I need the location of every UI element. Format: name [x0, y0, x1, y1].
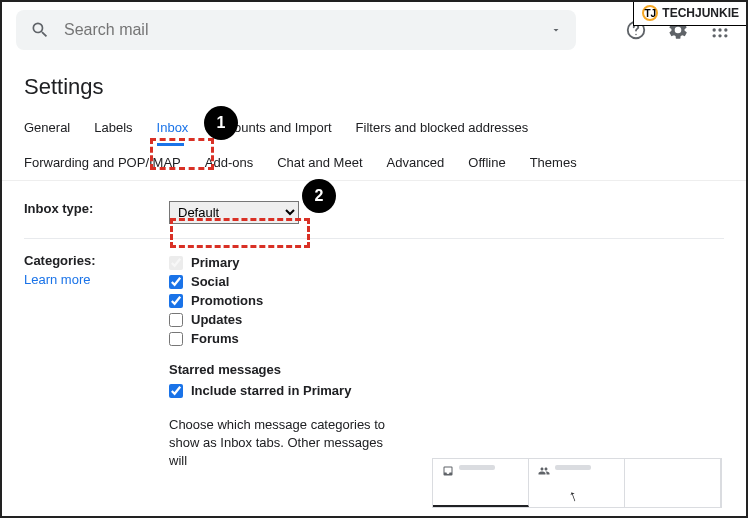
starred-include[interactable]: Include starred in Primary	[169, 381, 724, 400]
settings-tabs: General Labels Inbox Accounts and Import…	[2, 110, 746, 181]
tab-chat-meet[interactable]: Chat and Meet	[277, 145, 372, 180]
starred-heading: Starred messages	[169, 362, 724, 377]
preview-tab-primary	[433, 459, 529, 507]
label-primary: Primary	[191, 255, 239, 270]
label-social: Social	[191, 274, 229, 289]
category-promotions[interactable]: Promotions	[169, 291, 724, 310]
search-input[interactable]	[64, 21, 550, 39]
inbox-type-label: Inbox type:	[24, 201, 169, 216]
people-icon	[537, 465, 549, 475]
settings-body: Inbox type: Default Categories: Learn mo…	[2, 181, 746, 491]
arrow-icon: ↑	[566, 486, 580, 506]
svg-point-9	[718, 34, 721, 37]
category-updates[interactable]: Updates	[169, 310, 724, 329]
checkbox-starred[interactable]	[169, 384, 183, 398]
svg-point-5	[713, 28, 716, 31]
watermark-badge: TJ TECHJUNKIE	[633, 0, 748, 26]
categories-description: Choose which message categories to show …	[169, 416, 389, 471]
svg-point-7	[724, 28, 727, 31]
tab-themes[interactable]: Themes	[530, 145, 587, 180]
inbox-type-select[interactable]: Default	[169, 201, 299, 224]
svg-point-1	[635, 34, 636, 35]
svg-point-6	[718, 28, 721, 31]
search-icon	[30, 20, 50, 40]
watermark-icon: TJ	[642, 5, 658, 21]
category-forums[interactable]: Forums	[169, 329, 724, 348]
categories-label: Categories: Learn more	[24, 253, 169, 287]
tab-add-ons[interactable]: Add-ons	[205, 145, 263, 180]
checkbox-forums[interactable]	[169, 332, 183, 346]
learn-more-link[interactable]: Learn more	[24, 272, 169, 287]
checkbox-updates[interactable]	[169, 313, 183, 327]
watermark-text: TECHJUNKIE	[662, 6, 739, 20]
inbox-type-row: Inbox type: Default	[24, 193, 724, 232]
tab-advanced[interactable]: Advanced	[387, 145, 455, 180]
page-title: Settings	[2, 58, 746, 110]
inbox-preview: ↑	[432, 458, 722, 508]
tab-filters-blocked[interactable]: Filters and blocked addresses	[356, 110, 539, 145]
label-starred: Include starred in Primary	[191, 383, 351, 398]
tab-offline[interactable]: Offline	[468, 145, 515, 180]
checkbox-primary	[169, 256, 183, 270]
category-social[interactable]: Social	[169, 272, 724, 291]
annotation-callout-1: 1	[204, 106, 238, 140]
checkbox-social[interactable]	[169, 275, 183, 289]
divider	[24, 238, 724, 239]
search-box[interactable]	[16, 10, 576, 50]
preview-bar	[555, 465, 591, 470]
search-options-icon[interactable]	[550, 24, 562, 36]
svg-point-10	[724, 34, 727, 37]
preview-tab-social: ↑	[529, 459, 625, 507]
label-promotions: Promotions	[191, 293, 263, 308]
tab-general[interactable]: General	[24, 110, 80, 145]
preview-tab-other	[625, 459, 721, 507]
category-primary: Primary	[169, 253, 724, 272]
preview-bar	[459, 465, 495, 470]
categories-row: Categories: Learn more Primary Social Pr…	[24, 245, 724, 479]
label-updates: Updates	[191, 312, 242, 327]
tab-inbox[interactable]: Inbox	[157, 110, 199, 145]
inbox-icon	[441, 465, 453, 475]
checkbox-promotions[interactable]	[169, 294, 183, 308]
annotation-callout-2: 2	[302, 179, 336, 213]
label-forums: Forums	[191, 331, 239, 346]
svg-point-8	[713, 34, 716, 37]
tab-forwarding-pop-imap[interactable]: Forwarding and POP/IMAP	[24, 145, 191, 180]
tab-labels[interactable]: Labels	[94, 110, 142, 145]
